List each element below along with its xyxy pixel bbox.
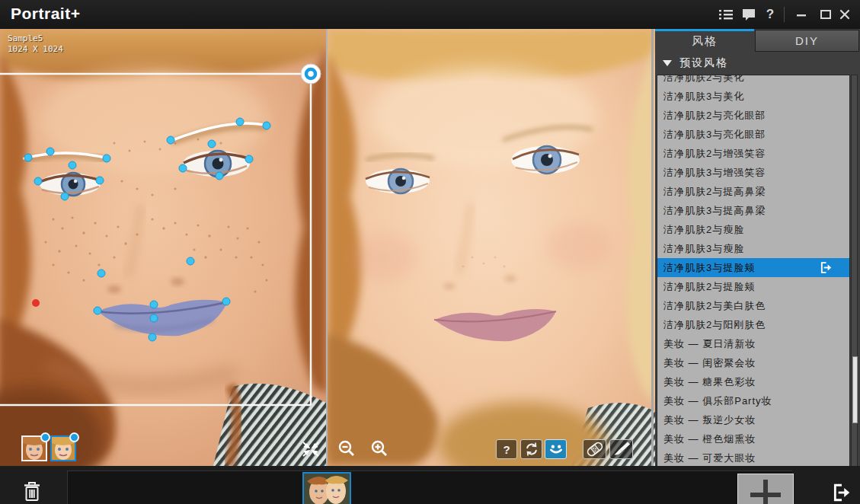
box-rotate-handle[interactable] bbox=[301, 64, 321, 84]
after-image-pane[interactable] bbox=[328, 29, 655, 466]
sample-name: Sample5 bbox=[8, 33, 63, 44]
image-area: Sample5 1024 X 1024 bbox=[0, 29, 655, 466]
landmark-dot[interactable] bbox=[103, 155, 110, 162]
landmark-dot[interactable] bbox=[98, 270, 105, 277]
preset-item[interactable]: 洁净肌肤2与增强笑容 bbox=[657, 144, 849, 163]
tab-diy[interactable]: DIY bbox=[755, 30, 859, 52]
preset-item[interactable]: 洁净肌肤3与亮化眼部 bbox=[657, 125, 849, 144]
landmark-dot[interactable] bbox=[34, 177, 42, 185]
landmark-dot[interactable] bbox=[187, 257, 194, 265]
preset-item[interactable]: 洁净肌肤3与提高鼻梁 bbox=[657, 201, 849, 220]
close-icon[interactable] bbox=[836, 6, 854, 23]
preset-label: 洁净肌肤3与提脸颊 bbox=[663, 262, 755, 273]
preset-scrollbar[interactable] bbox=[851, 75, 858, 467]
help-icon[interactable]: ? bbox=[761, 6, 779, 23]
landmark-dot[interactable] bbox=[222, 298, 230, 305]
export-style-icon[interactable] bbox=[820, 261, 833, 274]
zoom-out-button[interactable] bbox=[336, 439, 357, 459]
titlebar-separator bbox=[784, 7, 785, 22]
preset-label: 美妆 — 橙色烟熏妆 bbox=[663, 433, 756, 445]
preset-item[interactable]: 洁净肌肤3与美化 bbox=[657, 87, 849, 106]
preset-label: 美妆 — 俱乐部Party妆 bbox=[663, 395, 772, 407]
preset-label: 洁净肌肤2与增强笑容 bbox=[663, 148, 766, 159]
preset-item[interactable]: 美妆 — 叛逆少女妆 bbox=[657, 410, 849, 429]
zoom-in-button[interactable] bbox=[369, 439, 390, 459]
landmark-dot-red[interactable] bbox=[32, 299, 40, 307]
pane-divider bbox=[326, 29, 328, 466]
collapse-triangle-icon bbox=[663, 60, 672, 66]
landmark-dot[interactable] bbox=[167, 136, 174, 144]
preset-item[interactable]: 洁净肌肤2与亮化眼部 bbox=[657, 106, 849, 125]
brush-tool-button[interactable] bbox=[609, 439, 633, 459]
photo-thumbnail[interactable] bbox=[302, 472, 351, 504]
preset-item[interactable]: 洁净肌肤2与提高鼻梁 bbox=[657, 182, 849, 201]
preset-label: 美妆 — 叛逆少女妆 bbox=[663, 414, 756, 426]
preset-item[interactable]: 美妆 — 俱乐部Party妆 bbox=[657, 391, 849, 410]
preset-item[interactable]: 美妆 — 夏日清新妆 bbox=[657, 334, 849, 353]
tab-style[interactable]: 风格 bbox=[655, 29, 754, 52]
landmark-dot[interactable] bbox=[96, 177, 104, 184]
reset-landmarks-button[interactable] bbox=[520, 439, 542, 459]
preset-label: 洁净肌肤3与提高鼻梁 bbox=[663, 205, 766, 216]
preset-group-header[interactable]: 预设风格 bbox=[655, 52, 860, 75]
preset-item[interactable]: 洁净肌肤2与提脸颊 bbox=[657, 277, 849, 296]
landmark-dot[interactable] bbox=[149, 333, 156, 341]
batch-list-icon[interactable] bbox=[717, 6, 735, 23]
scrollbar-thumb[interactable] bbox=[852, 356, 858, 423]
app-title: Portrait+ bbox=[11, 5, 80, 23]
titlebar: Portrait+ ? bbox=[0, 0, 860, 29]
export-button[interactable] bbox=[829, 483, 855, 502]
preset-item[interactable]: 洁净肌肤2与美白肤色 bbox=[657, 296, 849, 315]
show-landmarks-toggle[interactable] bbox=[545, 439, 567, 459]
landmark-dot[interactable] bbox=[245, 155, 253, 163]
preset-item[interactable]: 美妆 — 糖果色彩妆 bbox=[657, 372, 849, 391]
preset-label: 洁净肌肤3与瘦脸 bbox=[663, 243, 744, 254]
before-image-pane[interactable] bbox=[0, 29, 328, 466]
sample-info: Sample5 1024 X 1024 bbox=[8, 33, 63, 55]
add-photo-button[interactable] bbox=[737, 474, 794, 504]
preset-item[interactable]: 洁净肌肤3与增强笑容 bbox=[657, 163, 849, 182]
minimize-icon[interactable] bbox=[792, 6, 810, 23]
landmark-dot[interactable] bbox=[61, 193, 69, 200]
landmark-help-button[interactable]: ? bbox=[496, 439, 517, 459]
landmark-dot[interactable] bbox=[179, 164, 187, 172]
landmark-dot[interactable] bbox=[150, 314, 158, 322]
fit-view-button[interactable] bbox=[299, 439, 322, 459]
landmark-dot[interactable] bbox=[150, 301, 158, 308]
detected-face-thumb-2[interactable] bbox=[50, 435, 76, 461]
preset-item[interactable]: 洁净肌肤2与美化 bbox=[657, 75, 849, 87]
face-selected-badge bbox=[69, 432, 79, 442]
style-panel: 风格 DIY 预设风格 洁净肌肤2与美化洁净肌肤3与美化洁净肌肤2与亮化眼部洁净… bbox=[655, 29, 860, 471]
image-area-right-edge bbox=[651, 29, 654, 466]
delete-photo-button[interactable] bbox=[23, 481, 43, 502]
maximize-icon[interactable] bbox=[817, 6, 835, 23]
preset-label: 洁净肌肤2与提脸颊 bbox=[663, 281, 755, 292]
after-photo bbox=[328, 29, 655, 466]
landmark-dot[interactable] bbox=[24, 154, 32, 161]
preset-group-label: 预设风格 bbox=[679, 56, 728, 70]
preset-item[interactable]: 洁净肌肤2与阳刚肤色 bbox=[657, 315, 849, 334]
before-photo bbox=[0, 29, 328, 466]
help-label: ? bbox=[503, 443, 510, 456]
landmark-dot[interactable] bbox=[236, 118, 244, 126]
landmark-dot[interactable] bbox=[46, 148, 54, 155]
preset-list[interactable]: 洁净肌肤2与美化洁净肌肤3与美化洁净肌肤2与亮化眼部洁净肌肤3与亮化眼部洁净肌肤… bbox=[657, 75, 850, 467]
plus-icon bbox=[750, 480, 781, 504]
preset-label: 美妆 — 闺密聚会妆 bbox=[663, 357, 756, 368]
landmark-dot[interactable] bbox=[263, 122, 270, 129]
preset-item[interactable]: 美妆 — 闺密聚会妆 bbox=[657, 353, 849, 372]
landmark-dot[interactable] bbox=[69, 161, 76, 169]
preset-label: 洁净肌肤3与增强笑容 bbox=[663, 167, 766, 178]
preset-label: 美妆 — 糖果色彩妆 bbox=[663, 376, 756, 388]
blemish-patch-button[interactable] bbox=[583, 439, 606, 459]
preset-item[interactable]: 美妆 — 橙色烟熏妆 bbox=[657, 429, 849, 448]
preset-item[interactable]: 洁净肌肤2与瘦脸 bbox=[657, 220, 849, 239]
landmark-dot[interactable] bbox=[216, 172, 223, 180]
preset-item[interactable]: 美妆 — 可爱大眼妆 bbox=[657, 448, 849, 467]
preset-item[interactable]: 洁净肌肤3与瘦脸 bbox=[657, 239, 849, 258]
landmark-dot[interactable] bbox=[208, 140, 216, 148]
landmark-dot[interactable] bbox=[94, 307, 101, 314]
feedback-icon[interactable] bbox=[740, 6, 758, 23]
preset-item[interactable]: 洁净肌肤3与提脸颊 bbox=[657, 258, 849, 277]
detected-face-thumb-1[interactable] bbox=[21, 435, 47, 461]
